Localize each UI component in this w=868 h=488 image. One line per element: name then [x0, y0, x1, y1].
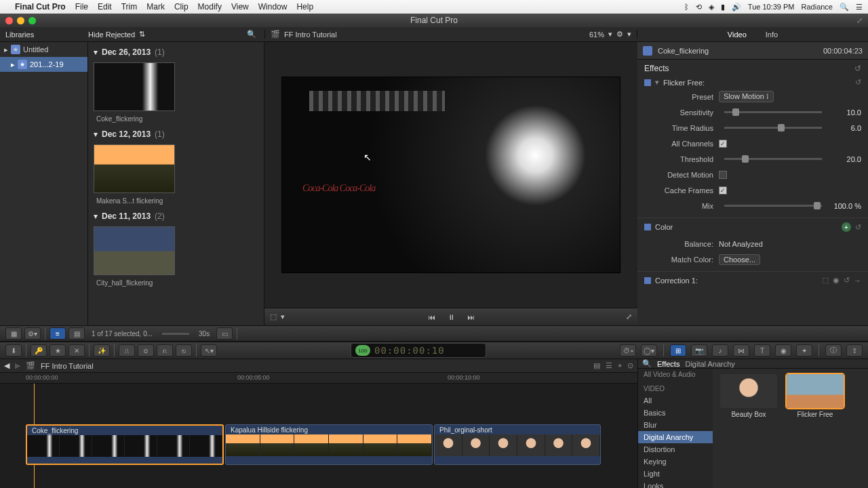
bluetooth-icon[interactable]: ᛒ — [684, 3, 689, 11]
effects-category[interactable]: Distortion — [638, 443, 713, 455]
chevron-updown-icon[interactable]: ⇅ — [139, 30, 145, 39]
add-correction-button[interactable]: + — [842, 222, 851, 232]
viewer-frame[interactable]: Coca-Cola Coca-Cola ↖ — [281, 77, 620, 273]
reset-icon[interactable]: ↺ — [855, 78, 861, 87]
clip-appearance-button[interactable]: ⚙▾ — [24, 327, 41, 340]
effects-category[interactable]: Basics — [638, 407, 713, 419]
clip-thumbnail[interactable] — [94, 226, 175, 275]
viewer-settings-icon[interactable]: ⚙ — [616, 30, 623, 39]
fullscreen-icon[interactable]: ⤢ — [856, 16, 863, 25]
play-pause-button[interactable]: ⏸ — [448, 313, 455, 321]
overwrite-clip-button[interactable]: ⎋ — [176, 344, 192, 357]
connect-clip-button[interactable]: ⎍ — [119, 344, 135, 357]
time-radius-value[interactable]: 6.0 — [827, 124, 861, 132]
music-browser-button[interactable]: ♪ — [712, 344, 728, 357]
menu-window[interactable]: Window — [258, 2, 288, 12]
effects-category[interactable]: Looks — [638, 480, 713, 488]
reset-icon[interactable]: ↺ — [844, 276, 850, 285]
favorite-button[interactable]: ★ — [50, 344, 66, 357]
disclosure-triangle-icon[interactable]: ▾ — [94, 211, 98, 221]
timecode-display[interactable]: 100 00:00:00:10 — [351, 343, 486, 358]
effects-category[interactable]: Light — [638, 468, 713, 480]
menu-view[interactable]: View — [231, 2, 249, 12]
skimming-toggle[interactable]: ▭ — [216, 327, 233, 340]
go-to-color-board-icon[interactable]: → — [854, 277, 861, 285]
clip-date-group[interactable]: ▾Dec 12, 2013 (1) — [88, 127, 264, 142]
menu-mark[interactable]: Mark — [146, 2, 165, 12]
disclosure-triangle-icon[interactable]: ▸ — [11, 60, 15, 69]
battery-icon[interactable]: ▮ — [721, 3, 725, 12]
menu-trim[interactable]: Trim — [121, 2, 138, 12]
generators-browser-button[interactable]: ◉ — [775, 344, 791, 357]
effects-category[interactable]: Keying — [638, 455, 713, 468]
sensitivity-value[interactable]: 10.0 — [827, 108, 861, 117]
preset-dropdown[interactable]: Slow Motion ⁞ — [719, 91, 774, 102]
event-item[interactable]: ▸ ★ 201...2-19 — [0, 57, 87, 72]
cache-frames-checkbox[interactable]: ✓ — [719, 186, 727, 195]
clip-date-group[interactable]: ▾Dec 26, 2013 (1) — [88, 45, 264, 60]
search-icon[interactable]: 🔍 — [642, 359, 652, 368]
effects-category[interactable]: Digital Anarchy — [638, 431, 713, 443]
effects-category[interactable]: All — [638, 394, 713, 407]
list-view-button[interactable]: ≡ — [50, 327, 66, 340]
color-board-icon[interactable]: ⬚ — [822, 276, 829, 285]
chevron-down-icon[interactable]: ▾ — [281, 312, 285, 321]
user-menu[interactable]: Radiance — [802, 3, 833, 11]
color-enable-checkbox[interactable] — [644, 224, 651, 230]
enhance-button[interactable]: ✨ — [94, 344, 110, 357]
effects-category[interactable]: Blur — [638, 419, 713, 431]
minimize-window-button[interactable] — [17, 17, 24, 24]
dashboard-button[interactable]: ◯▾ — [641, 344, 657, 357]
mix-value[interactable]: 100.0 % — [827, 202, 861, 210]
threshold-slider[interactable] — [724, 158, 822, 160]
app-menu[interactable]: Final Cut Pro — [15, 2, 66, 12]
timeline-clip[interactable]: Kapalua Hillside flickering — [225, 424, 433, 465]
titles-browser-button[interactable]: T — [754, 344, 770, 357]
timeline-history-fwd-icon[interactable]: ▶ — [15, 361, 20, 370]
thumbnail-view-button[interactable]: ▤ — [68, 327, 85, 340]
clip-date-group[interactable]: ▾Dec 11, 2013 (2) — [88, 209, 264, 224]
timeline-ruler[interactable]: 00:00:00:00 00:00:05:00 00:00:10:00 — [0, 373, 637, 384]
spotlight-icon[interactable]: 🔍 — [840, 3, 849, 12]
chevron-down-icon[interactable]: ▾ — [608, 30, 612, 39]
disclosure-triangle-icon[interactable]: ▸ — [4, 45, 8, 54]
effect-item[interactable]: Beauty Box — [718, 374, 779, 418]
correction-enable-checkbox[interactable] — [644, 277, 651, 284]
effects-tab[interactable]: Effects — [657, 360, 679, 368]
timeline-clip[interactable]: Coke_flickering — [26, 424, 224, 465]
libraries-tab[interactable]: Libraries — [0, 30, 88, 39]
eyedropper-icon[interactable]: ◉ — [833, 276, 840, 285]
time-radius-slider[interactable] — [724, 127, 822, 129]
zoom-level[interactable]: 61% — [589, 30, 604, 39]
snapping-icon[interactable]: ⌖ — [618, 361, 622, 370]
disclosure-triangle-icon[interactable]: ▾ — [94, 47, 98, 57]
keyword-button[interactable]: 🔑 — [31, 344, 47, 357]
zoom-window-button[interactable] — [28, 17, 36, 24]
import-button[interactable]: ⬇ — [5, 344, 22, 357]
timeline-history-back-icon[interactable]: ◀ — [4, 361, 9, 370]
menu-clip[interactable]: Clip — [174, 2, 189, 12]
prev-edit-button[interactable]: ⏮ — [428, 313, 435, 321]
menu-file[interactable]: File — [75, 2, 88, 12]
clock[interactable]: Tue 10:39 PM — [748, 3, 795, 11]
wifi-icon[interactable]: ◈ — [709, 3, 714, 12]
insert-clip-button[interactable]: ⎊ — [138, 344, 154, 357]
menu-modify[interactable]: Modify — [198, 2, 222, 12]
reset-icon[interactable]: ↺ — [854, 64, 861, 73]
timeline-appearance-icon[interactable]: ☰ — [606, 361, 612, 370]
skimming-icon[interactable]: ⊙ — [627, 361, 633, 370]
volume-icon[interactable]: 🔊 — [732, 3, 741, 12]
clip-thumbnail[interactable] — [94, 144, 175, 193]
chevron-down-icon[interactable]: ▾ — [627, 30, 631, 39]
timeline-index-icon[interactable]: ▤ — [593, 361, 600, 370]
transform-tool-icon[interactable]: ⬚ — [270, 312, 277, 321]
filmstrip-view-button[interactable]: ▦ — [5, 327, 22, 340]
close-window-button[interactable] — [5, 17, 13, 24]
share-button[interactable]: ⇪ — [846, 344, 863, 357]
themes-browser-button[interactable]: ✦ — [796, 344, 812, 357]
disclosure-triangle-icon[interactable]: ▾ — [655, 78, 659, 87]
effects-browser-button[interactable]: ⊞ — [670, 344, 686, 357]
match-color-button[interactable]: Choose... — [719, 254, 760, 265]
thumbnail-size-slider[interactable] — [162, 333, 189, 335]
inspector-tab-video[interactable]: Video — [725, 29, 749, 40]
